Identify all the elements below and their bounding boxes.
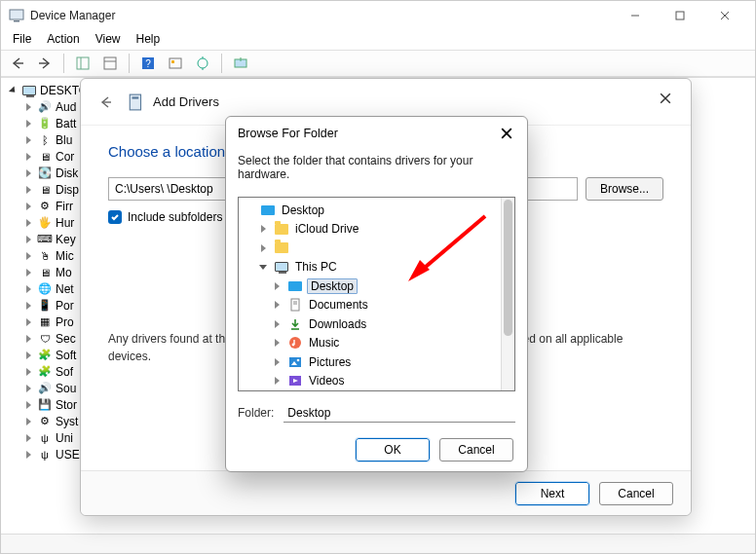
pictures-icon — [287, 354, 303, 370]
add-driver-button[interactable] — [230, 53, 251, 74]
chevron-right-icon[interactable] — [22, 418, 34, 425]
chevron-right-icon[interactable] — [22, 401, 34, 409]
close-button[interactable] — [702, 1, 747, 30]
folder-node-pc-desktop[interactable]: Desktop — [241, 277, 514, 296]
desktop-icon — [287, 278, 303, 294]
folder-node-this-pc[interactable]: This PC — [241, 258, 514, 277]
folder-node-videos[interactable]: Videos — [241, 372, 514, 391]
chevron-right-icon[interactable] — [270, 320, 284, 328]
chevron-right-icon[interactable] — [22, 368, 34, 376]
browse-for-folder-dialog: Browse For Folder Select the folder that… — [225, 116, 528, 472]
browse-cancel-button[interactable]: Cancel — [439, 438, 513, 462]
titlebar: Device Manager — [1, 1, 755, 30]
include-subfolders-checkbox[interactable] — [108, 210, 122, 224]
chevron-right-icon[interactable] — [270, 282, 284, 290]
folder-tree-scrollbar[interactable] — [501, 198, 514, 390]
folder-name-input[interactable] — [284, 403, 515, 423]
show-hide-tree-button[interactable] — [72, 53, 94, 74]
chevron-right-icon[interactable] — [22, 318, 34, 326]
browse-button[interactable]: Browse... — [586, 177, 663, 201]
chevron-right-icon[interactable] — [270, 358, 284, 366]
update-driver-button[interactable] — [192, 53, 213, 74]
caret-icon[interactable] — [7, 87, 19, 94]
folder-icon — [274, 240, 289, 256]
chevron-right-icon[interactable] — [22, 385, 34, 392]
chevron-right-icon[interactable] — [270, 339, 284, 347]
tree-node-label: Disk — [56, 166, 78, 180]
wizard-title: Add Drivers — [153, 94, 219, 109]
scan-button[interactable] — [165, 53, 186, 74]
menu-file[interactable]: File — [7, 30, 37, 50]
folder-node-documents[interactable]: Documents — [241, 296, 514, 315]
chevron-right-icon[interactable] — [22, 136, 34, 144]
wizard-cancel-button[interactable]: Cancel — [599, 482, 673, 505]
chevron-right-icon[interactable] — [22, 203, 34, 210]
chevron-right-icon[interactable] — [22, 451, 34, 459]
help-button[interactable]: ? — [137, 53, 159, 74]
tree-node-label: Firr — [56, 200, 73, 213]
tree-node-label: Pro — [56, 315, 74, 329]
device-category-icon: 🔊 — [37, 99, 53, 115]
menu-view[interactable]: View — [90, 30, 127, 50]
tree-node-label: Sou — [56, 382, 76, 395]
folder-node-pictures[interactable]: Pictures — [241, 352, 514, 372]
tree-node-label: Key — [56, 233, 76, 246]
menu-help[interactable]: Help — [131, 30, 167, 50]
browse-close-button[interactable] — [492, 121, 521, 146]
chevron-right-icon[interactable] — [270, 377, 284, 385]
svg-rect-1 — [14, 20, 19, 22]
chevron-right-icon[interactable] — [22, 335, 34, 343]
folder-node-downloads[interactable]: Downloads — [241, 314, 514, 334]
device-category-icon: 🧩 — [37, 364, 53, 380]
svg-rect-14 — [170, 58, 181, 68]
chevron-right-icon[interactable] — [22, 219, 34, 227]
properties-button[interactable] — [99, 53, 121, 74]
device-category-icon: ⚙ — [37, 199, 53, 214]
chevron-right-icon[interactable] — [22, 153, 34, 161]
chevron-right-icon[interactable] — [22, 351, 34, 359]
wizard-back-button[interactable] — [94, 91, 118, 114]
nav-forward-button[interactable] — [34, 53, 56, 74]
chevron-right-icon[interactable] — [22, 169, 34, 177]
chevron-right-icon[interactable] — [22, 103, 34, 111]
svg-rect-10 — [104, 57, 116, 69]
chevron-right-icon[interactable] — [256, 244, 270, 252]
tree-node-label: Disp — [56, 183, 79, 197]
chevron-right-icon[interactable] — [22, 236, 34, 243]
tree-node-label: Por — [56, 299, 74, 313]
device-category-icon: ⚙ — [37, 414, 53, 429]
chevron-right-icon[interactable] — [22, 434, 34, 442]
chevron-down-icon[interactable] — [256, 265, 270, 270]
tree-node-label: Blu — [56, 133, 72, 147]
next-button[interactable]: Next — [515, 482, 589, 505]
chevron-right-icon[interactable] — [22, 252, 34, 260]
browse-ok-button[interactable]: OK — [356, 438, 430, 462]
chevron-right-icon[interactable] — [22, 186, 34, 194]
device-category-icon: 🖥 — [37, 265, 53, 280]
nav-back-button[interactable] — [7, 53, 28, 74]
menu-action[interactable]: Action — [41, 30, 85, 50]
folder-tree[interactable]: Desktop iCloud Drive This PC Desktop — [238, 197, 515, 391]
svg-point-30 — [289, 337, 301, 349]
chevron-right-icon[interactable] — [22, 302, 34, 310]
chevron-right-icon[interactable] — [270, 301, 284, 309]
wizard-close-button[interactable] — [648, 85, 683, 112]
tree-node-label: Mic — [56, 249, 74, 263]
folder-node-desktop-root[interactable]: Desktop — [241, 201, 514, 220]
minimize-button[interactable] — [613, 1, 658, 30]
device-category-icon: ▦ — [37, 314, 53, 330]
folder-node-music[interactable]: Music — [241, 334, 514, 353]
device-category-icon: 🔋 — [37, 116, 53, 131]
maximize-button[interactable] — [658, 1, 702, 30]
device-category-icon: 🖐 — [37, 215, 53, 231]
chevron-right-icon[interactable] — [256, 225, 270, 233]
computer-icon — [274, 259, 289, 275]
scrollbar-thumb[interactable] — [504, 200, 512, 336]
chevron-right-icon[interactable] — [22, 269, 34, 277]
device-category-icon: 📱 — [37, 298, 53, 314]
wizard-footer: Next Cancel — [81, 470, 691, 515]
chevron-right-icon[interactable] — [22, 120, 34, 128]
folder-node-icloud[interactable]: iCloud Drive — [241, 220, 514, 240]
chevron-right-icon[interactable] — [22, 285, 34, 293]
folder-node-user[interactable] — [241, 239, 514, 258]
